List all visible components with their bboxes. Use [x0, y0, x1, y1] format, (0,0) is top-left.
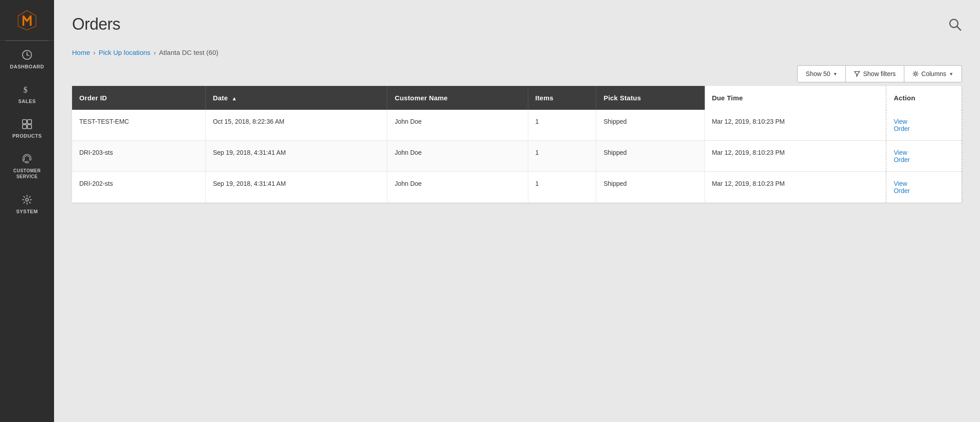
col-customer-name-label: Customer Name [395, 94, 448, 102]
columns-label: Columns [921, 70, 946, 77]
breadcrumb-home[interactable]: Home [72, 49, 90, 56]
cell-order-id: TEST-TEST-EMC [72, 110, 205, 141]
col-date-label: Date [213, 94, 228, 102]
dashboard-icon [21, 49, 33, 61]
col-order-id[interactable]: Order ID [72, 86, 205, 110]
show-count-label: Show 50 [806, 70, 830, 77]
col-date[interactable]: Date ▲ [205, 86, 387, 110]
products-icon [21, 118, 33, 130]
cell-due-time: Mar 12, 2019, 8:10:23 PM [704, 141, 886, 172]
col-due-time-label: Due Time [712, 94, 743, 102]
sidebar-item-sales[interactable]: $ SALES [0, 76, 54, 110]
table-toolbar: Show 50 ▼ Show filters Columns ▼ [54, 61, 980, 86]
col-items[interactable]: Items [528, 86, 596, 110]
magento-logo-icon [15, 8, 39, 32]
cell-pick-status: Shipped [596, 141, 704, 172]
col-pick-status[interactable]: Pick Status [596, 86, 704, 110]
search-button[interactable] [948, 17, 962, 31]
col-items-label: Items [535, 94, 554, 102]
show-filters-button[interactable]: Show filters [846, 65, 904, 82]
table-header-row: Order ID Date ▲ Customer Name Items Pick… [72, 86, 962, 110]
breadcrumb-pickup-locations[interactable]: Pick Up locations [99, 49, 150, 56]
breadcrumb-sep-2: › [154, 49, 156, 56]
cell-action: ViewOrder [886, 172, 962, 203]
cell-order-id: DRI-202-sts [72, 172, 205, 203]
col-pick-status-label: Pick Status [603, 94, 641, 102]
table-row: DRI-202-stsSep 19, 2018, 4:31:41 AMJohn … [72, 172, 962, 203]
cell-action: ViewOrder [886, 141, 962, 172]
show-filters-label: Show filters [863, 70, 895, 77]
sidebar-item-customer-service[interactable]: CUSTOMER SERVICE [0, 145, 54, 186]
cell-date: Oct 15, 2018, 8:22:36 AM [205, 110, 387, 141]
sidebar-item-customer-service-label: CUSTOMER SERVICE [2, 168, 52, 180]
svg-point-8 [26, 198, 28, 201]
svg-rect-3 [23, 120, 27, 124]
columns-button[interactable]: Columns ▼ [904, 65, 962, 82]
show-count-arrow-icon: ▼ [833, 72, 838, 76]
logo-area [0, 0, 54, 40]
cell-date: Sep 19, 2018, 4:31:41 AM [205, 172, 387, 203]
sales-icon: $ [21, 84, 33, 95]
sidebar-item-dashboard-label: DASHBOARD [10, 64, 44, 69]
cell-items: 1 [528, 141, 596, 172]
cell-customer-name: John Doe [387, 141, 528, 172]
col-action[interactable]: Action [886, 86, 962, 110]
customer-service-icon [21, 153, 33, 165]
table-row: DRI-203-stsSep 19, 2018, 4:31:41 AMJohn … [72, 141, 962, 172]
system-icon [21, 194, 33, 206]
cell-date: Sep 19, 2018, 4:31:41 AM [205, 141, 387, 172]
svg-point-11 [914, 73, 916, 75]
main-content: Orders Home › Pick Up locations › Atlant… [54, 0, 980, 422]
page-header: Orders [54, 0, 980, 40]
cell-customer-name: John Doe [387, 110, 528, 141]
col-order-id-label: Order ID [79, 94, 107, 102]
sidebar-item-products[interactable]: PRODUCTS [0, 110, 54, 145]
columns-settings-icon [912, 71, 919, 77]
col-action-label: Action [894, 94, 915, 102]
svg-line-10 [957, 27, 961, 30]
svg-text:$: $ [23, 85, 28, 94]
orders-table-wrap: Order ID Date ▲ Customer Name Items Pick… [54, 86, 980, 422]
search-icon [948, 17, 962, 31]
page-title: Orders [72, 15, 120, 34]
cell-action: ViewOrder [886, 110, 962, 141]
cell-pick-status: Shipped [596, 172, 704, 203]
svg-point-1 [27, 54, 28, 56]
sort-asc-icon: ▲ [231, 95, 237, 102]
breadcrumb-current: Atlanta DC test (60) [159, 49, 218, 56]
orders-table: Order ID Date ▲ Customer Name Items Pick… [72, 86, 962, 203]
breadcrumb-area: Home › Pick Up locations › Atlanta DC te… [54, 40, 980, 61]
view-order-link[interactable]: ViewOrder [894, 118, 954, 132]
breadcrumb-sep-1: › [93, 49, 95, 56]
cell-due-time: Mar 12, 2019, 8:10:23 PM [704, 172, 886, 203]
cell-order-id: DRI-203-sts [72, 141, 205, 172]
cell-due-time: Mar 12, 2019, 8:10:23 PM [704, 110, 886, 141]
cell-items: 1 [528, 110, 596, 141]
svg-rect-6 [27, 125, 32, 129]
columns-arrow-icon: ▼ [949, 72, 953, 76]
breadcrumb: Home › Pick Up locations › Atlanta DC te… [72, 49, 962, 56]
sidebar: DASHBOARD $ SALES PRODUCTS CUSTOMER SERV… [0, 0, 54, 422]
cell-customer-name: John Doe [387, 172, 528, 203]
col-due-time[interactable]: Due Time [704, 86, 886, 110]
view-order-link[interactable]: ViewOrder [894, 149, 954, 163]
sidebar-item-sales-label: SALES [18, 99, 36, 104]
table-body: TEST-TEST-EMCOct 15, 2018, 8:22:36 AMJoh… [72, 110, 962, 203]
view-order-link[interactable]: ViewOrder [894, 180, 954, 194]
sidebar-item-products-label: PRODUCTS [12, 133, 42, 139]
show-count-button[interactable]: Show 50 ▼ [797, 65, 846, 82]
svg-rect-4 [27, 120, 32, 124]
sidebar-item-system[interactable]: SYSTEM [0, 186, 54, 220]
col-customer-name[interactable]: Customer Name [387, 86, 528, 110]
filter-icon [854, 71, 860, 77]
cell-pick-status: Shipped [596, 110, 704, 141]
svg-rect-5 [23, 125, 27, 129]
table-row: TEST-TEST-EMCOct 15, 2018, 8:22:36 AMJoh… [72, 110, 962, 141]
sidebar-item-dashboard[interactable]: DASHBOARD [0, 41, 54, 76]
sidebar-item-system-label: SYSTEM [16, 209, 38, 214]
cell-items: 1 [528, 172, 596, 203]
